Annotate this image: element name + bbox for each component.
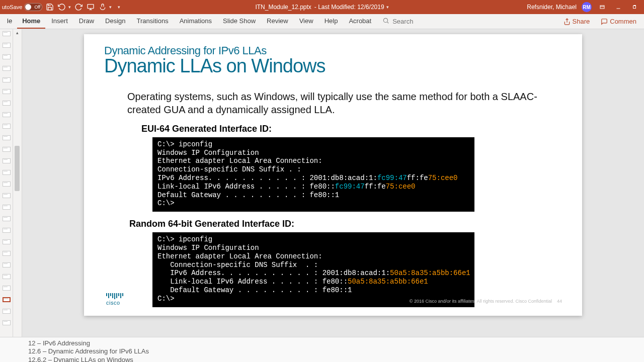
search-input[interactable] — [392, 18, 483, 25]
undo-dropdown-icon[interactable]: ▾ — [68, 5, 71, 10]
tab-home[interactable]: Home — [17, 14, 45, 29]
notes-pane[interactable]: 12 – IPv6 Addressing 12.6 – Dynamic Addr… — [0, 337, 644, 362]
tab-view[interactable]: View — [294, 14, 318, 29]
cisco-text: cisco — [106, 300, 123, 306]
slide-thumbnail[interactable] — [3, 170, 11, 175]
ribbon-display-icon[interactable] — [597, 3, 608, 11]
slide-thumbnail[interactable] — [3, 66, 11, 71]
notes-line: 12 – IPv6 Addressing — [28, 339, 616, 347]
subheading-random: Random 64-bit Generated Interface ID: — [129, 219, 557, 229]
share-button[interactable]: Share — [560, 16, 594, 27]
slide-thumbnail[interactable] — [3, 193, 11, 198]
terminal-random: C:\> ipconfig Windows IP Configuration E… — [152, 232, 474, 307]
slide-thumbnail[interactable] — [3, 54, 11, 59]
scroll-thumb[interactable] — [15, 146, 20, 191]
slide-thumbnail[interactable] — [3, 286, 11, 291]
tab-design[interactable]: Design — [100, 14, 130, 29]
touch-dropdown-icon[interactable]: ▾ — [109, 5, 112, 10]
slide-thumbnail[interactable] — [3, 112, 11, 117]
slide-thumbnail[interactable] — [3, 262, 11, 267]
terminal-eui64: C:\> ipconfig Windows IP Configuration E… — [152, 137, 474, 212]
tab-draw[interactable]: Draw — [74, 14, 99, 29]
main-area: ▴ Dynamic Addressing for IPv6 LLAs Dynam… — [0, 29, 644, 337]
undo-icon[interactable] — [57, 3, 66, 12]
slide-thumbnail[interactable] — [3, 205, 11, 210]
last-modified: - Last Modified: 12/6/2019 — [314, 4, 384, 11]
autosave-state[interactable]: Off — [24, 3, 42, 11]
slide-thumbnail[interactable] — [3, 135, 11, 140]
slide-thumbnail[interactable] — [3, 251, 11, 256]
slide-thumbnail[interactable] — [3, 31, 11, 36]
slide-thumbnail[interactable] — [3, 320, 11, 325]
title-bar: utoSave Off ▾ ▾ ▾ ITN_Module_12.pptx - L… — [0, 0, 644, 14]
tab-acrobat[interactable]: Acrobat — [344, 14, 376, 29]
share-icon — [564, 18, 571, 25]
comment-icon — [601, 18, 608, 25]
restore-icon[interactable] — [629, 3, 640, 11]
redo-icon[interactable] — [74, 3, 83, 12]
slide-thumbnail[interactable] — [3, 147, 11, 152]
share-label: Share — [573, 18, 590, 25]
slide-footer: © 2016 Cisco and/or its affiliates. All … — [410, 299, 562, 304]
user-avatar[interactable]: RM — [582, 2, 592, 12]
document-title: ITN_Module_12.pptx — [255, 4, 311, 11]
qat-customize-icon[interactable]: ▾ — [118, 5, 120, 10]
subheading-eui64: EUI-64 Generated Interface ID: — [141, 124, 557, 134]
tab-transitions[interactable]: Transitions — [132, 14, 174, 29]
minimize-icon[interactable] — [613, 3, 624, 11]
slide-thumbnail-current[interactable] — [3, 297, 11, 302]
autosave-toggle[interactable]: utoSave Off — [2, 3, 42, 11]
svg-rect-6 — [633, 6, 636, 9]
slide-thumbnail[interactable] — [3, 274, 11, 279]
slide-thumbnail[interactable] — [3, 228, 11, 233]
comment-label: Commen — [610, 18, 636, 25]
notes-line: 12.6.2 – Dynamic LLAs on Windows — [28, 356, 616, 363]
slide-thumbnail[interactable] — [3, 239, 11, 244]
slide-title: Dynamic LLAs on Windows — [104, 55, 562, 77]
ribbon: le Home Insert Draw Design Transitions A… — [0, 14, 644, 29]
tab-slideshow[interactable]: Slide Show — [218, 14, 261, 29]
svg-rect-0 — [88, 5, 94, 9]
save-icon[interactable] — [45, 3, 54, 12]
slide-thumbnail[interactable] — [3, 182, 11, 187]
slide-thumbnail[interactable] — [3, 77, 11, 82]
slide-thumbnail[interactable] — [3, 101, 11, 106]
svg-line-8 — [387, 22, 389, 23]
thumbnail-scrollbar[interactable]: ▴ — [13, 29, 22, 337]
slide-thumbnail[interactable] — [3, 309, 11, 314]
svg-point-7 — [384, 18, 388, 22]
slide-canvas: Dynamic Addressing for IPv6 LLAs Dynamic… — [22, 29, 644, 337]
thumbnail-pane[interactable] — [0, 29, 13, 337]
scroll-track[interactable] — [13, 35, 22, 337]
slide-thumbnail[interactable] — [3, 124, 11, 129]
slide-thumbnail[interactable] — [3, 89, 11, 94]
tab-animations[interactable]: Animations — [175, 14, 217, 29]
tab-insert[interactable]: Insert — [46, 14, 73, 29]
svg-rect-3 — [600, 6, 604, 9]
slide-thumbnail[interactable] — [3, 216, 11, 221]
file-tab[interactable]: le — [3, 14, 16, 29]
tab-help[interactable]: Help — [319, 14, 343, 29]
notes-line: 12.6 – Dynamic Addressing for IPv6 LLAs — [28, 347, 616, 355]
user-name[interactable]: Refsnider, Michael — [527, 4, 577, 11]
slide-thumbnail[interactable] — [3, 158, 11, 163]
scroll-up-icon[interactable]: ▴ — [16, 29, 19, 35]
slide[interactable]: Dynamic Addressing for IPv6 LLAs Dynamic… — [84, 34, 582, 316]
present-icon[interactable] — [86, 3, 95, 12]
comment-button[interactable]: Commen — [597, 16, 640, 27]
slide-thumbnail[interactable] — [3, 43, 11, 48]
title-dropdown-icon[interactable]: ▾ — [386, 5, 389, 10]
slide-paragraph: Operating systems, such as Windows, will… — [127, 90, 557, 117]
autosave-label: utoSave — [2, 4, 22, 10]
tab-review[interactable]: Review — [262, 14, 293, 29]
cisco-logo: cisco — [106, 293, 123, 306]
touch-mode-icon[interactable] — [98, 3, 107, 12]
search-icon[interactable] — [382, 17, 389, 26]
